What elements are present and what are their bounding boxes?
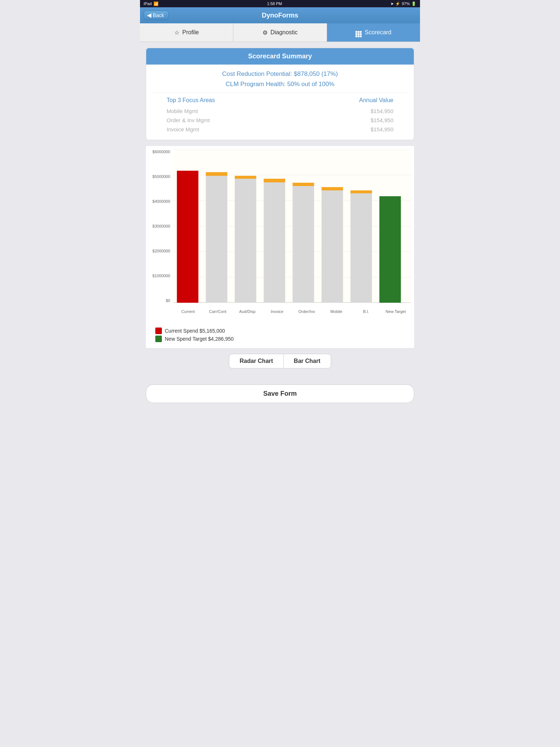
x-label-bi: B.I. xyxy=(351,309,381,314)
focus-areas-header: Top 3 Focus Areas Annual Value xyxy=(152,97,408,104)
chart-type-buttons: Radar Chart Bar Chart xyxy=(146,354,414,368)
focus-area-value-0: $154,950 xyxy=(370,108,393,114)
annual-value-label: Annual Value xyxy=(359,97,393,104)
back-chevron-icon: ◀ xyxy=(147,12,151,18)
status-bar: iPad 📶 1:58 PM ➤ ⚡ 97% 🔋 xyxy=(140,0,420,7)
x-label-aud: Aud/Disp xyxy=(233,309,262,314)
scorecard-header-title: Scorecard Summary xyxy=(248,53,312,60)
svg-rect-14 xyxy=(264,179,285,182)
battery-text: 97% xyxy=(402,1,410,6)
svg-rect-9 xyxy=(206,176,228,303)
nav-bar: ◀ Back DynoForms xyxy=(140,7,420,23)
legend-text-target: New Spend Target $4,286,950 xyxy=(165,336,234,342)
svg-rect-10 xyxy=(206,172,228,176)
save-form-container: Save Form xyxy=(140,380,420,412)
legend-text-current: Current Spend $5,165,000 xyxy=(165,328,225,334)
save-form-button[interactable]: Save Form xyxy=(146,384,414,403)
tab-scorecard-label: Scorecard xyxy=(365,29,391,36)
radar-chart-button[interactable]: Radar Chart xyxy=(229,354,283,368)
scorecard-body: Cost Reduction Potential: $878,050 (17%)… xyxy=(146,65,414,140)
svg-rect-11 xyxy=(235,179,256,303)
focus-area-name-0: Mobile Mgmt xyxy=(167,108,198,114)
status-time: 1:58 PM xyxy=(267,1,282,6)
x-label-invoice: Invoice xyxy=(262,309,292,314)
svg-rect-19 xyxy=(350,193,372,303)
focus-area-row-1: Order & Inv Mgmt $154,950 xyxy=(152,116,408,125)
x-axis-labels: Current Carr/Cont Aud/Disp Invoice Order… xyxy=(173,309,411,314)
svg-rect-18 xyxy=(322,187,343,190)
scorecard-header: Scorecard Summary xyxy=(146,48,414,65)
bar-chart-button[interactable]: Bar Chart xyxy=(283,354,331,368)
chart-legend: Current Spend $5,165,000 New Spend Targe… xyxy=(149,325,411,348)
cost-reduction-metric: Cost Reduction Potential: $878,050 (17%) xyxy=(152,70,408,78)
y-label-1m: $1000000 xyxy=(152,274,172,278)
tab-diagnostic[interactable]: ⚙ Diagnostic xyxy=(233,23,327,42)
focus-areas-label: Top 3 Focus Areas xyxy=(167,97,215,104)
focus-area-value-1: $154,950 xyxy=(370,117,393,123)
tab-scorecard[interactable]: Scorecard xyxy=(327,23,420,42)
grid-icon xyxy=(355,28,362,37)
svg-rect-16 xyxy=(293,183,314,186)
svg-rect-17 xyxy=(322,190,343,303)
star-icon: ☆ xyxy=(174,29,179,36)
focus-area-row-2: Invoice Mgmt $154,950 xyxy=(152,125,408,134)
tab-bar: ☆ Profile ⚙ Diagnostic Scorecard xyxy=(140,23,420,42)
main-content: Scorecard Summary Cost Reduction Potenti… xyxy=(140,42,420,380)
svg-rect-13 xyxy=(264,182,285,303)
y-label-0: $0 xyxy=(166,298,172,303)
legend-item-target: New Spend Target $4,286,950 xyxy=(155,336,405,342)
battery-icon: 🔋 xyxy=(411,1,416,6)
scorecard-card: Scorecard Summary Cost Reduction Potenti… xyxy=(146,48,414,140)
y-label-6m: $6000000 xyxy=(152,150,172,154)
tab-profile[interactable]: ☆ Profile xyxy=(140,23,233,42)
svg-rect-20 xyxy=(350,190,372,193)
svg-rect-21 xyxy=(380,196,401,303)
ipad-label: iPad xyxy=(144,1,152,6)
legend-item-current: Current Spend $5,165,000 xyxy=(155,328,405,334)
y-label-4m: $4000000 xyxy=(152,199,172,204)
clm-health-metric: CLM Program Health: 50% out of 100% xyxy=(152,81,408,88)
legend-color-target xyxy=(155,336,162,342)
x-label-carr: Carr/Cont xyxy=(203,309,232,314)
x-label-order: Order/Inv xyxy=(292,309,322,314)
chart-svg xyxy=(173,150,411,303)
chart-wrapper: $6000000 $5000000 $4000000 $3000000 $200… xyxy=(149,150,411,325)
focus-area-name-1: Order & Inv Mgmt xyxy=(167,117,210,123)
y-label-2m: $2000000 xyxy=(152,249,172,253)
y-label-5m: $5000000 xyxy=(152,174,172,179)
svg-rect-15 xyxy=(293,186,314,303)
chart-container: $6000000 $5000000 $4000000 $3000000 $200… xyxy=(146,146,414,348)
status-bar-right: ➤ ⚡ 97% 🔋 xyxy=(390,1,416,6)
x-label-mobile: Mobile xyxy=(322,309,351,314)
svg-rect-12 xyxy=(235,176,256,179)
svg-rect-8 xyxy=(177,171,198,303)
back-label: Back xyxy=(153,12,164,18)
y-label-3m: $3000000 xyxy=(152,224,172,228)
legend-color-current xyxy=(155,328,162,334)
nav-title: DynoForms xyxy=(262,12,298,19)
status-bar-left: iPad 📶 xyxy=(144,1,159,6)
location-icon: ➤ xyxy=(390,1,394,6)
x-label-current: Current xyxy=(173,309,203,314)
x-label-target: New Target xyxy=(381,309,411,314)
focus-area-value-2: $154,950 xyxy=(370,126,393,132)
back-button[interactable]: ◀ Back xyxy=(144,11,169,20)
y-axis-labels: $6000000 $5000000 $4000000 $3000000 $200… xyxy=(149,150,173,303)
focus-area-name-2: Invoice Mgmt xyxy=(167,126,199,132)
gear-icon: ⚙ xyxy=(262,29,268,36)
focus-area-row-0: Mobile Mgmt $154,950 xyxy=(152,107,408,116)
tab-profile-label: Profile xyxy=(182,29,199,36)
bluetooth-icon: ⚡ xyxy=(395,1,400,6)
wifi-icon: 📶 xyxy=(153,1,159,6)
tab-diagnostic-label: Diagnostic xyxy=(271,29,298,36)
